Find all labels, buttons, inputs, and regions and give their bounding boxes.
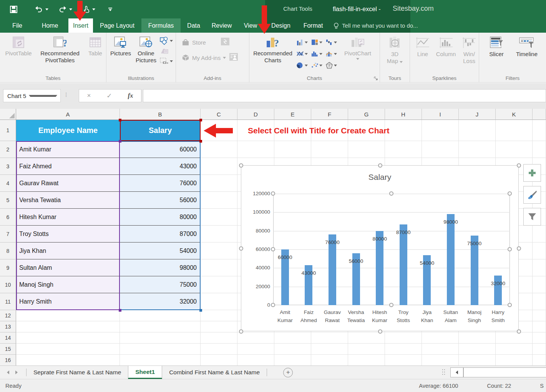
insert-line-chart-button[interactable] (296, 48, 311, 60)
cell-I14[interactable] (422, 332, 459, 344)
tab-view[interactable]: View (241, 18, 261, 33)
chart-filters-button[interactable] (523, 208, 541, 226)
sheet-tab-sheet1[interactable]: Sheet1 (128, 366, 162, 379)
cell-J2[interactable] (459, 141, 496, 158)
cell-D2[interactable] (237, 141, 274, 158)
chart-selection-handle[interactable] (389, 191, 393, 196)
insert-pie-chart-button[interactable] (296, 60, 311, 71)
tabstrip-resize-handle[interactable] (442, 369, 445, 376)
chart-selection-handle[interactable] (239, 329, 243, 334)
name-box[interactable]: Chart 5 (3, 89, 61, 102)
cell-A7[interactable]: Troy Stotts (16, 226, 120, 243)
cell-B4[interactable]: 76000 (120, 175, 201, 192)
horizontal-scrollbar[interactable] (463, 367, 546, 377)
insert-waterfall-chart-button[interactable] (325, 37, 340, 48)
chart-selection-handle[interactable] (239, 163, 243, 168)
cell-K15[interactable] (496, 344, 533, 355)
customize-quick-access-button[interactable] (108, 8, 112, 11)
cell-C14[interactable] (201, 332, 237, 344)
enter-icon[interactable]: ✓ (106, 92, 112, 100)
column-header-A[interactable]: A (16, 109, 120, 120)
cell-I16[interactable] (422, 355, 459, 366)
my-addins-button[interactable]: My Add-ins (181, 54, 226, 61)
cell-B3[interactable]: 43000 (120, 158, 201, 175)
cell-A2[interactable]: Amit Kumar (16, 141, 120, 158)
chart-selection-handle[interactable] (378, 163, 382, 168)
undo-button[interactable] (35, 6, 43, 13)
row-header-3[interactable]: 3 (0, 158, 16, 175)
sparkline-winloss-button[interactable]: Win/Loss (460, 34, 479, 65)
cell-H15[interactable] (385, 344, 422, 355)
cell-B8[interactable]: 54000 (120, 243, 201, 259)
cell-A6[interactable]: Hitesh Kumar (16, 209, 120, 226)
people-addin-button[interactable] (229, 53, 238, 63)
pictures-button[interactable]: Pictures (109, 34, 133, 57)
hscroll-left-button[interactable] (450, 367, 463, 377)
select-all-corner[interactable] (0, 109, 16, 120)
chart-selection-handle[interactable] (517, 246, 521, 251)
column-header-I[interactable]: I (422, 109, 459, 120)
row-header-2[interactable]: 2 (0, 141, 16, 158)
insert-video-button[interactable] (221, 37, 230, 47)
undo-dropdown[interactable] (45, 8, 48, 10)
cell-C10[interactable] (201, 276, 237, 293)
insert-hierarchy-chart-button[interactable] (311, 37, 325, 48)
redo-button[interactable] (58, 6, 67, 13)
cell-C4[interactable] (201, 175, 237, 192)
cell-X13[interactable] (533, 321, 546, 332)
cell-C12[interactable] (201, 310, 237, 321)
chart-bar-8[interactable] (447, 214, 455, 305)
save-button[interactable] (10, 6, 17, 13)
row-header-15[interactable]: 15 (0, 344, 16, 355)
column-header-B[interactable]: B (120, 109, 201, 120)
cell-A16[interactable] (16, 355, 120, 366)
sparkline-column-button[interactable]: Column (434, 34, 458, 58)
cell-C5[interactable] (201, 192, 237, 209)
cancel-icon[interactable]: × (87, 92, 91, 100)
column-header-D[interactable]: D (237, 109, 274, 120)
cell-A15[interactable] (16, 344, 120, 355)
row-header-5[interactable]: 5 (0, 192, 16, 209)
cell-G14[interactable] (348, 332, 385, 344)
chart-selection-handle[interactable] (378, 329, 382, 334)
cell-B16[interactable] (120, 355, 201, 366)
cell-I2[interactable] (422, 141, 459, 158)
insert-radar-chart-button[interactable] (325, 60, 340, 71)
tell-me-box[interactable]: Tell me what you want to do... (334, 18, 418, 33)
cell-C3[interactable] (201, 158, 237, 175)
new-sheet-button[interactable]: + (283, 368, 293, 377)
cell-B5[interactable]: 56000 (120, 192, 201, 209)
insert-combo-chart-button[interactable] (325, 48, 340, 60)
cell-B2[interactable]: 60000 (120, 141, 201, 158)
cell-K14[interactable] (496, 332, 533, 344)
chart-selection-handle[interactable] (508, 191, 512, 196)
cell-K2[interactable] (496, 141, 533, 158)
cell-C13[interactable] (201, 321, 237, 332)
tab-insert[interactable]: Insert (68, 18, 93, 33)
cell-X2[interactable] (533, 141, 546, 158)
cell-J14[interactable] (459, 332, 496, 344)
cell-E14[interactable] (274, 332, 311, 344)
tab-data[interactable]: Data (184, 18, 204, 33)
cell-X14[interactable] (533, 332, 546, 344)
row-header-11[interactable]: 11 (0, 293, 16, 310)
cell-F15[interactable] (311, 344, 348, 355)
shapes-button[interactable] (159, 37, 173, 45)
row-header-10[interactable]: 10 (0, 276, 16, 293)
cell-G16[interactable] (348, 355, 385, 366)
smartart-button[interactable] (159, 47, 173, 55)
chart-elements-button[interactable] (523, 164, 541, 182)
cell-J16[interactable] (459, 355, 496, 366)
cell-A5[interactable]: Versha Tewatia (16, 192, 120, 209)
cell-A14[interactable] (16, 332, 120, 344)
screenshot-button[interactable] (159, 57, 173, 65)
cell-X12[interactable] (533, 310, 546, 321)
cell-C15[interactable] (201, 344, 237, 355)
chart-selection-handle[interactable] (517, 163, 521, 168)
name-box-resizer[interactable]: ⁞ (65, 91, 66, 98)
chart-selection-handle[interactable] (271, 303, 275, 307)
row-header-16[interactable]: 16 (0, 355, 16, 366)
sheet-nav-next[interactable] (15, 366, 18, 379)
cell-A13[interactable] (16, 321, 120, 332)
cell-B15[interactable] (120, 344, 201, 355)
